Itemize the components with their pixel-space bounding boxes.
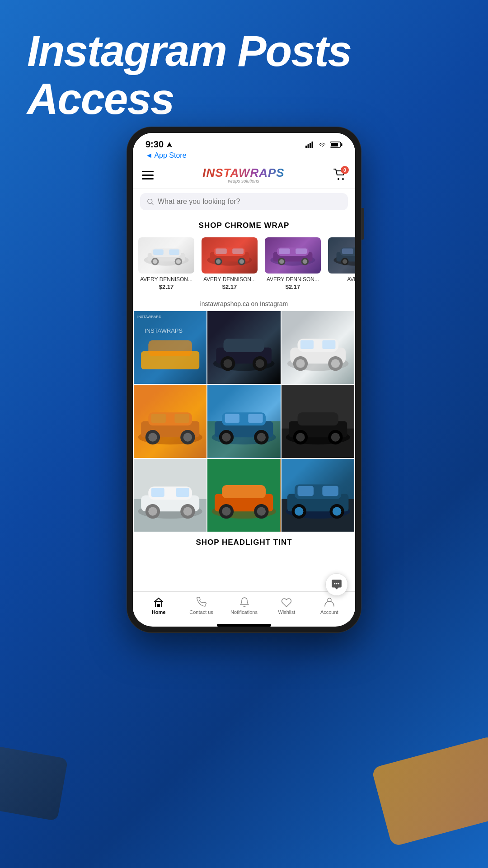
product-name: AVERY DENNISON...: [202, 276, 258, 283]
product-image: [328, 237, 355, 274]
product-price: $2.17: [138, 283, 194, 290]
logo: INSTAWRAPS wraps solutions: [202, 167, 284, 184]
instagram-post[interactable]: [207, 385, 280, 458]
svg-rect-59: [300, 340, 314, 349]
svg-rect-0: [305, 146, 307, 148]
search-input[interactable]: [158, 198, 342, 206]
back-bar[interactable]: ◄ App Store: [133, 151, 355, 162]
bottom-nav: Home Contact us: [133, 591, 355, 622]
product-price: $2.17: [265, 283, 321, 290]
cart-button[interactable]: 0: [333, 169, 346, 182]
svg-point-111: [257, 507, 266, 515]
wifi-icon: [318, 142, 326, 148]
car-svg-3: [282, 311, 354, 384]
instagram-post[interactable]: [282, 311, 354, 384]
product-card[interactable]: AVERY: [324, 235, 355, 293]
svg-rect-6: [341, 143, 343, 146]
nav-label-account: Account: [320, 609, 338, 615]
svg-point-18: [176, 259, 181, 264]
notification-icon: [238, 596, 250, 608]
status-icons: [305, 141, 343, 148]
scroll-content[interactable]: SHOP CHROME WRAP: [133, 215, 355, 591]
car-svg-5: [207, 385, 280, 458]
phone-frame-wrapper: 9:30: [127, 127, 361, 633]
svg-rect-23: [232, 249, 244, 254]
svg-rect-98: [151, 488, 164, 496]
signal-icon: [305, 141, 314, 148]
car-image-dark: [328, 237, 355, 274]
search-icon: [146, 198, 154, 206]
nav-label-wishlist: Wishlist: [278, 609, 295, 615]
svg-point-53: [224, 359, 232, 368]
instagram-post[interactable]: [134, 385, 206, 458]
svg-rect-5: [331, 143, 338, 146]
product-image: [202, 237, 258, 274]
svg-rect-14: [169, 250, 179, 255]
car-svg-8: [207, 459, 280, 532]
product-card[interactable]: AVERY DENNISON... $2.17: [135, 235, 198, 293]
car-svg-7: [134, 459, 206, 532]
nav-item-notifications[interactable]: Notifications: [228, 596, 260, 615]
headlight-section-title: SHOP HEADLIGHT TINT: [133, 532, 355, 552]
nav-item-home[interactable]: Home: [143, 596, 174, 615]
menu-button[interactable]: [142, 171, 154, 179]
instagram-grid: INSTAWRAPS INSTAWRAPS: [133, 311, 355, 532]
nav-item-wishlist[interactable]: Wishlist: [271, 596, 302, 615]
instagram-post[interactable]: INSTAWRAPS INSTAWRAPS: [134, 311, 206, 384]
nav-label-home: Home: [152, 609, 166, 615]
product-card[interactable]: AVERY DENNISON... $2.17: [198, 235, 261, 293]
svg-point-123: [336, 583, 337, 584]
status-bar: 9:30: [133, 133, 355, 151]
phone-screen: 9:30: [133, 133, 355, 627]
product-card[interactable]: AVERY DENNISON... $2.17: [261, 235, 324, 293]
car-svg-4: [134, 385, 206, 458]
svg-point-62: [296, 359, 305, 368]
search-bar[interactable]: [140, 193, 348, 210]
product-name: AVERY DENNISON...: [138, 276, 194, 283]
svg-rect-13: [153, 250, 164, 255]
svg-rect-3: [312, 142, 313, 148]
location-icon: [166, 142, 173, 148]
phone-frame: 9:30: [127, 127, 361, 633]
nav-item-account[interactable]: Account: [314, 596, 345, 615]
instagram-post[interactable]: [207, 459, 280, 532]
svg-rect-2: [310, 143, 311, 148]
product-image: [138, 237, 194, 274]
app-header: INSTAWRAPS wraps solutions 0: [133, 162, 355, 189]
svg-rect-79: [249, 414, 263, 423]
svg-point-103: [183, 507, 192, 515]
svg-rect-116: [297, 486, 313, 496]
svg-point-64: [331, 359, 339, 368]
instagram-post[interactable]: [207, 311, 280, 384]
instagram-post[interactable]: [282, 385, 354, 458]
svg-point-25: [216, 259, 221, 264]
car-svg-2: [207, 311, 280, 384]
instagram-post[interactable]: [134, 459, 206, 532]
svg-point-124: [338, 583, 339, 584]
svg-rect-1: [308, 144, 309, 148]
svg-point-71: [148, 433, 157, 442]
nav-item-contact[interactable]: Contact us: [186, 596, 217, 615]
product-name: AVERY DENNISON...: [265, 276, 321, 283]
nav-label-contact: Contact us: [189, 609, 213, 615]
products-row[interactable]: AVERY DENNISON... $2.17: [133, 235, 355, 297]
svg-rect-40: [342, 249, 353, 254]
svg-rect-47: [148, 340, 192, 356]
contact-icon: [196, 596, 207, 608]
svg-point-73: [183, 433, 192, 442]
svg-rect-68: [151, 414, 166, 423]
svg-point-55: [256, 359, 264, 368]
chat-button[interactable]: [325, 573, 348, 596]
svg-point-81: [222, 433, 231, 442]
chat-icon: [331, 579, 343, 590]
instagram-post[interactable]: [282, 459, 354, 532]
svg-rect-32: [296, 249, 307, 254]
svg-rect-78: [225, 414, 239, 423]
car-image-red: [202, 237, 258, 274]
car-svg-9: [282, 459, 354, 532]
svg-point-83: [257, 433, 266, 442]
cart-badge: 0: [341, 166, 349, 174]
svg-rect-69: [174, 414, 189, 423]
account-icon: [324, 596, 335, 608]
svg-point-27: [239, 259, 244, 264]
